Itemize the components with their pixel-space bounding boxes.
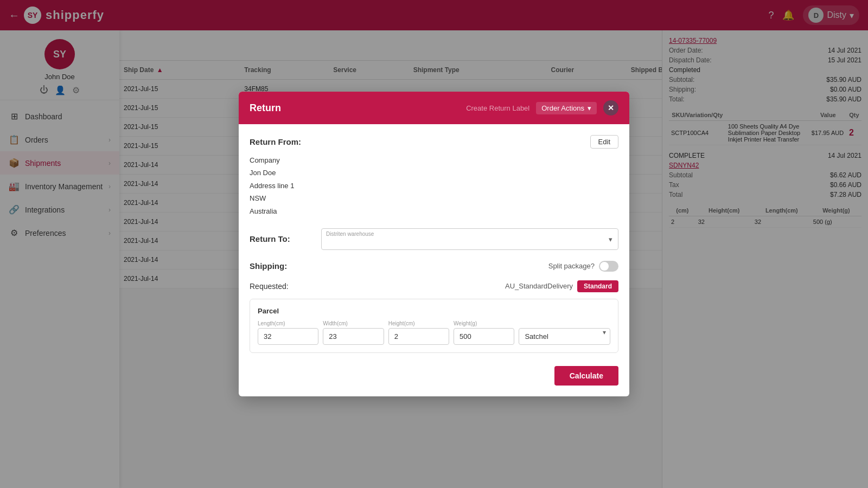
- return-modal: Return Create Return Label Order Actions…: [239, 92, 629, 396]
- parcel-type-select[interactable]: Satchel Box Envelope: [519, 328, 610, 345]
- split-package-toggle: Split package?: [548, 261, 618, 272]
- return-from-title: Return From:: [250, 137, 301, 146]
- parcel-length-input[interactable]: [258, 328, 318, 345]
- parcel-height-field: Height(cm): [388, 320, 449, 345]
- warehouse-placeholder: Distriten warehouse: [326, 231, 374, 237]
- warehouse-dropdown-icon: ▾: [609, 235, 612, 243]
- edit-button[interactable]: Edit: [590, 135, 618, 149]
- parcel-type-label: [519, 320, 610, 326]
- return-address-state: NSW: [250, 192, 618, 204]
- create-return-label[interactable]: Create Return Label: [466, 104, 529, 112]
- shipping-label: Shipping:: [250, 261, 287, 271]
- parcel-width-label: Width(cm): [323, 320, 384, 326]
- standard-badge: Standard: [577, 280, 618, 292]
- parcel-title: Parcel: [258, 307, 610, 315]
- modal-title: Return: [250, 102, 281, 114]
- return-to-label: Return To:: [250, 234, 315, 243]
- parcel-box: Parcel Length(cm) Width(cm) Height(cm) W…: [250, 299, 618, 353]
- calculate-button[interactable]: Calculate: [554, 366, 618, 386]
- return-address-name: Jon Doe: [250, 166, 618, 179]
- modal-body: Return From: Edit Company Jon Doe Addres…: [239, 124, 629, 396]
- parcel-weight-label: Weight(g): [454, 320, 514, 326]
- parcel-width-input[interactable]: [323, 328, 384, 345]
- return-address-line1: Address line 1: [250, 179, 618, 192]
- modal-order-actions-label: Order Actions: [541, 104, 584, 112]
- return-address-company: Company: [250, 154, 618, 166]
- modal-order-actions-chevron: ▾: [588, 104, 591, 112]
- modal-close-button[interactable]: ✕: [603, 100, 618, 115]
- shipping-row: Shipping: Split package?: [250, 261, 618, 272]
- return-from-header: Return From: Edit: [250, 135, 618, 149]
- requested-row: Requested: AU_StandardDelivery Standard: [250, 280, 618, 292]
- split-package-label: Split package?: [548, 262, 595, 270]
- requested-label: Requested:: [250, 282, 289, 291]
- parcel-length-label: Length(cm): [258, 320, 318, 326]
- split-package-toggle-switch[interactable]: [599, 261, 618, 272]
- requested-value-row: AU_StandardDelivery Standard: [505, 280, 618, 292]
- toggle-knob: [600, 262, 609, 271]
- return-to-row: Return To: Distriten warehouse ▾: [250, 228, 618, 250]
- parcel-type-wrapper: Satchel Box Envelope ▾: [519, 320, 610, 345]
- parcel-height-label: Height(cm): [388, 320, 449, 326]
- parcel-height-input[interactable]: [388, 328, 449, 345]
- parcel-fields: Length(cm) Width(cm) Height(cm) Weight(g…: [258, 320, 610, 345]
- calculate-row: Calculate: [250, 364, 618, 386]
- modal-header-right: Create Return Label Order Actions ▾ ✕: [466, 100, 618, 115]
- return-address-country: Australia: [250, 205, 618, 217]
- modal-header: Return Create Return Label Order Actions…: [239, 92, 629, 124]
- return-from-section: Return From: Edit Company Jon Doe Addres…: [250, 135, 618, 217]
- return-address: Company Jon Doe Address line 1 NSW Austr…: [250, 154, 618, 217]
- modal-order-actions-button[interactable]: Order Actions ▾: [536, 102, 597, 114]
- parcel-width-field: Width(cm): [323, 320, 384, 345]
- parcel-weight-field: Weight(g): [454, 320, 514, 345]
- warehouse-select[interactable]: Distriten warehouse ▾: [321, 228, 618, 250]
- parcel-length-field: Length(cm): [258, 320, 318, 345]
- au-standard-delivery: AU_StandardDelivery: [505, 282, 573, 290]
- parcel-weight-input[interactable]: [454, 328, 514, 345]
